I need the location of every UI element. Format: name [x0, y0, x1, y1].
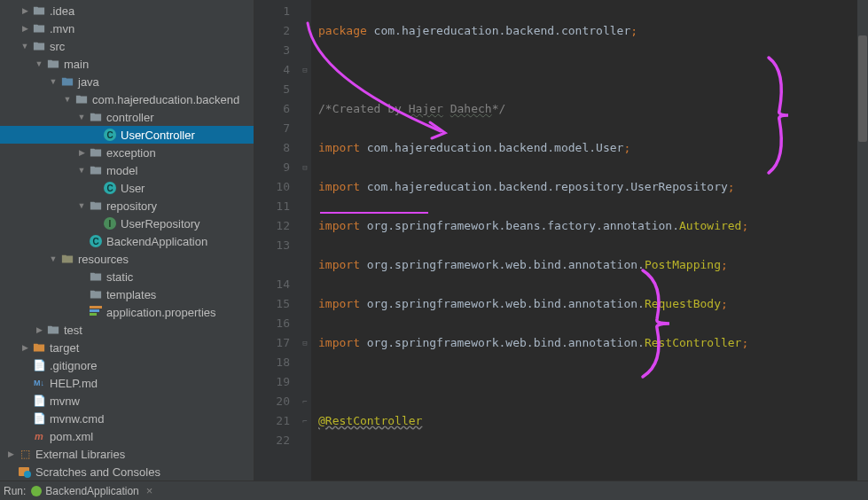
tree-resources[interactable]: ▼resources — [0, 250, 254, 268]
tree-repository[interactable]: ▼repository — [0, 197, 254, 215]
tree-label: External Libraries — [35, 448, 125, 461]
tree-backendapp[interactable]: CBackendApplication — [0, 232, 254, 250]
fold-end: ⌐ — [299, 392, 311, 411]
tree-label: test — [64, 324, 82, 337]
tree-label: main — [64, 58, 89, 71]
tree-label: mvnw.cmd — [50, 412, 104, 426]
tree-label: UserRepository — [121, 217, 200, 230]
file-icon: 📄 — [32, 411, 46, 426]
interface-icon: I — [104, 217, 116, 230]
line-gutter: 1 2 3 4 5 6 7 8 9 10 11 12 13 14 15 16 1… — [254, 0, 299, 480]
editor-scrollbar[interactable] — [857, 0, 868, 480]
run-tab-label: BackendApplication — [45, 485, 138, 497]
tree-label: HELP.md — [50, 377, 98, 390]
tree-label: .gitignore — [50, 359, 97, 372]
tree-java[interactable]: ▼java — [0, 73, 254, 90]
tree-label: model — [106, 164, 137, 177]
tree-label: Scratches and Consoles — [35, 465, 160, 479]
tree-label: static — [106, 270, 133, 284]
tree-scratches[interactable]: Scratches and Consoles — [0, 463, 254, 480]
scrollbar-thumb[interactable] — [858, 35, 867, 142]
class-icon: C — [104, 182, 116, 194]
tree-label: application.properties — [106, 306, 216, 319]
markdown-icon: M↓ — [32, 376, 46, 390]
class-icon: C — [90, 235, 102, 247]
tree-model[interactable]: ▼model — [0, 161, 254, 179]
tree-label: .mvn — [50, 22, 74, 35]
tree-controller[interactable]: ▼controller — [0, 108, 254, 126]
tree-label: exception — [106, 146, 156, 160]
project-tree[interactable]: ▶.idea ▶.mvn ▼src ▼main ▼java ▼com.hajer… — [0, 0, 254, 480]
fold-end: ⌐ — [299, 411, 311, 431]
tree-test[interactable]: ▶test — [0, 321, 254, 339]
tree-label: src — [50, 40, 65, 53]
tree-userrepository[interactable]: IUserRepository — [0, 215, 254, 232]
tree-src[interactable]: ▼src — [0, 37, 254, 55]
tree-mvnwcmd[interactable]: 📄mvnw.cmd — [0, 410, 254, 427]
class-icon: C — [104, 129, 116, 141]
fold-marker[interactable]: ⊟ — [299, 158, 311, 177]
fold-marker[interactable]: ⊟ — [299, 60, 311, 80]
tree-exception[interactable]: ▶exception — [0, 144, 254, 161]
code-content[interactable]: package com.hajereducation.backend.contr… — [311, 0, 857, 480]
tree-package[interactable]: ▼com.hajereducation.backend — [0, 90, 254, 108]
tree-helpmd[interactable]: M↓HELP.md — [0, 374, 254, 392]
tree-mvn[interactable]: ▶.mvn — [0, 20, 254, 37]
tree-mvnw[interactable]: 📄mvnw — [0, 392, 254, 410]
tree-usercontroller[interactable]: CUserController — [0, 126, 254, 144]
tree-pom[interactable]: mpom.xml — [0, 427, 254, 445]
tree-static[interactable]: static — [0, 268, 254, 285]
tree-gitignore[interactable]: 📄.gitignore — [0, 356, 254, 374]
tree-label: templates — [106, 288, 156, 301]
spring-run-icon — [31, 486, 42, 496]
tree-label: BackendApplication — [106, 235, 207, 248]
file-icon: 📄 — [32, 394, 46, 408]
tree-label: target — [50, 341, 79, 355]
library-icon: ⬚ — [18, 447, 32, 461]
tree-user[interactable]: CUser — [0, 179, 254, 197]
run-tab[interactable]: BackendApplication × — [26, 484, 158, 497]
tree-label: mvnw — [50, 395, 80, 408]
tree-label: User — [121, 182, 145, 195]
tree-main[interactable]: ▼main — [0, 55, 254, 73]
file-icon: 📄 — [32, 358, 46, 372]
tree-label: resources — [78, 253, 129, 266]
tree-label: .idea — [50, 4, 74, 18]
fold-gutter[interactable]: ⊟ ⊟ ⊟ ⌐ ⌐ — [299, 0, 311, 480]
tree-templates[interactable]: templates — [0, 285, 254, 303]
tree-label: pom.xml — [50, 430, 93, 443]
tree-label: com.hajereducation.backend — [92, 93, 239, 106]
tree-appprops[interactable]: application.properties — [0, 303, 254, 321]
code-editor[interactable]: 1 2 3 4 5 6 7 8 9 10 11 12 13 14 15 16 1… — [254, 0, 868, 480]
scratch-icon — [19, 465, 31, 478]
fold-marker[interactable]: ⊟ — [299, 333, 311, 353]
close-icon[interactable]: × — [146, 484, 153, 497]
maven-icon: m — [32, 429, 46, 443]
tree-label: java — [78, 75, 99, 89]
bottom-toolbar: Run: BackendApplication × — [0, 480, 868, 500]
properties-icon — [90, 306, 102, 318]
tree-extlib[interactable]: ▶⬚External Libraries — [0, 445, 254, 463]
run-label: Run: — [4, 485, 26, 497]
tree-label: controller — [106, 111, 153, 124]
tree-target[interactable]: ▶target — [0, 339, 254, 356]
tree-label: repository — [106, 199, 157, 213]
tree-label: UserController — [121, 129, 195, 142]
tree-idea[interactable]: ▶.idea — [0, 2, 254, 20]
